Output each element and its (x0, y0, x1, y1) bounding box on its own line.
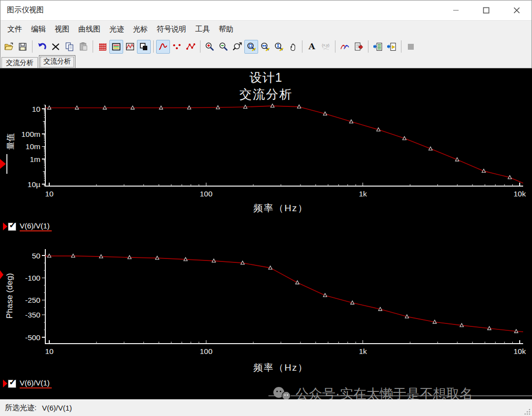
text-icon: A (307, 42, 317, 52)
frequency-axis-label-top: 频率（Hz） (217, 202, 345, 215)
resize-grip[interactable] (524, 408, 531, 415)
plots-canvas: 101001k10k10100m10m1m10µ101001k10k50-100… (0, 68, 532, 399)
y-tick-label: -350 (25, 311, 40, 319)
save-icon (18, 42, 28, 52)
minimize-icon (453, 7, 459, 13)
export-labview-button[interactable] (385, 40, 399, 54)
toolbar-separator (93, 40, 93, 53)
export-excel-button[interactable] (371, 40, 385, 54)
title-bar: 图示仪视图 (0, 0, 532, 21)
legend-arrow-icon (3, 223, 7, 230)
menu-trace[interactable]: 光迹 (105, 23, 129, 36)
menu-bar: 文件 编辑 视图 曲线图 光迹 光标 符号说明 工具 帮助 (0, 21, 532, 38)
trace-checkbox-magnitude[interactable] (8, 223, 16, 231)
menu-legend[interactable]: 符号说明 (152, 23, 191, 36)
chart-area[interactable]: 101001k10k10100m10m1m10µ101001k10k50-100… (0, 68, 532, 399)
grapher-window: 图示仪视图 文件 编辑 视图 曲线图 光迹 光标 符号说明 工具 帮助 (0, 0, 532, 416)
trace-line (45, 256, 523, 332)
menu-cursor[interactable]: 光标 (129, 23, 152, 36)
x-tick-label: 10 (45, 347, 54, 355)
toolbar-separator (335, 40, 335, 53)
menu-view[interactable]: 视图 (50, 23, 74, 36)
pan-icon (288, 42, 298, 52)
zoom-fit-button[interactable] (244, 40, 258, 54)
frequency-axis-label-bottom: 频率（Hz） (217, 361, 345, 374)
tab-ac-analysis-1[interactable]: 交流分析 (1, 57, 38, 68)
tab-ac-analysis-2[interactable]: 交流分析 (39, 55, 75, 68)
axes-properties-button[interactable] (123, 40, 137, 54)
y-tick-label: 10 (32, 105, 41, 113)
tab-label: 交流分析 (43, 57, 71, 65)
status-label: 所选光迹: (5, 403, 36, 413)
cursors-icon (340, 42, 350, 52)
show-cursors-button[interactable] (338, 40, 352, 54)
trace-legend-label[interactable]: V(6)/V(1) (20, 222, 52, 231)
maximize-button[interactable] (471, 0, 501, 20)
menu-help[interactable]: 帮助 (214, 23, 238, 36)
phase-axis-label: Phase (deg) (5, 256, 15, 335)
chart-title: 设计1 (0, 69, 532, 86)
axes-icon (125, 42, 135, 52)
menu-edit[interactable]: 编辑 (27, 23, 50, 36)
undo-button[interactable] (35, 40, 49, 54)
scatter-icon (172, 42, 182, 52)
svg-text:A: A (308, 42, 315, 51)
legend-row-phase: V(6)/V(1) (3, 378, 52, 389)
delete-icon (51, 42, 61, 52)
toolbar-separator (302, 40, 302, 53)
show-coordinates-button[interactable]: {x,y} (319, 40, 332, 54)
menu-graph[interactable]: 曲线图 (74, 23, 105, 36)
tab-bar: 交流分析 交流分析 (0, 55, 532, 68)
line-scatter-plot-button[interactable] (184, 40, 198, 54)
trace-line (45, 106, 523, 183)
x-tick-label: 1k (359, 347, 367, 355)
x-tick-label: 10k (513, 190, 526, 198)
export-excel-icon (373, 42, 383, 52)
y-tick-label: -100 (25, 274, 40, 282)
zoom-horizontal-button[interactable] (258, 40, 272, 54)
trace-checkbox-phase[interactable] (8, 380, 16, 388)
y-tick-label: 10µ (28, 180, 40, 189)
close-button[interactable] (501, 0, 532, 20)
zoom-out-button[interactable] (217, 40, 231, 54)
open-file-button[interactable] (2, 40, 16, 54)
scatter-plot-button[interactable] (170, 40, 184, 54)
legend-icon (111, 42, 121, 52)
window-controls (440, 0, 532, 20)
export-labview-icon (387, 42, 397, 52)
toolbar: A {x,y} (0, 38, 532, 55)
export-report-button[interactable] (352, 40, 366, 54)
pan-button[interactable] (286, 40, 299, 54)
y-tick-label: -250 (25, 296, 40, 304)
stop-button[interactable] (404, 40, 418, 54)
minimize-button[interactable] (440, 0, 471, 20)
y-tick-label: 100m (21, 130, 40, 138)
undo-icon (37, 42, 47, 52)
overlay-traces-button[interactable] (137, 40, 151, 54)
grid-button[interactable] (96, 40, 109, 54)
zoom-vertical-icon (274, 42, 284, 52)
open-file-icon (4, 42, 14, 52)
trace-legend-label[interactable]: V(6)/V(1) (20, 379, 52, 388)
menu-file[interactable]: 文件 (3, 23, 27, 36)
line-plot-button[interactable] (156, 40, 170, 54)
export-report-icon (354, 42, 364, 52)
trace-indicator-bar (6, 154, 7, 174)
line-scatter-icon (186, 42, 196, 52)
copy-button[interactable] (63, 40, 76, 54)
zoom-area-icon (233, 42, 242, 52)
overlay-icon (139, 42, 149, 52)
zoom-in-button[interactable] (203, 40, 217, 54)
legend-row-magnitude: V(6)/V(1) (3, 221, 52, 232)
paste-button[interactable] (76, 40, 90, 54)
zoom-vertical-button[interactable] (272, 40, 286, 54)
delete-button[interactable] (49, 40, 63, 54)
watermark: 公众号·实在太懒于是不想取名 (272, 385, 473, 399)
axis-lines (45, 249, 523, 344)
copy-icon (65, 42, 74, 52)
zoom-area-button[interactable] (231, 40, 244, 54)
save-button[interactable] (16, 40, 30, 54)
legend-button[interactable] (109, 40, 123, 54)
add-text-button[interactable]: A (305, 40, 319, 54)
menu-tools[interactable]: 工具 (191, 23, 214, 36)
